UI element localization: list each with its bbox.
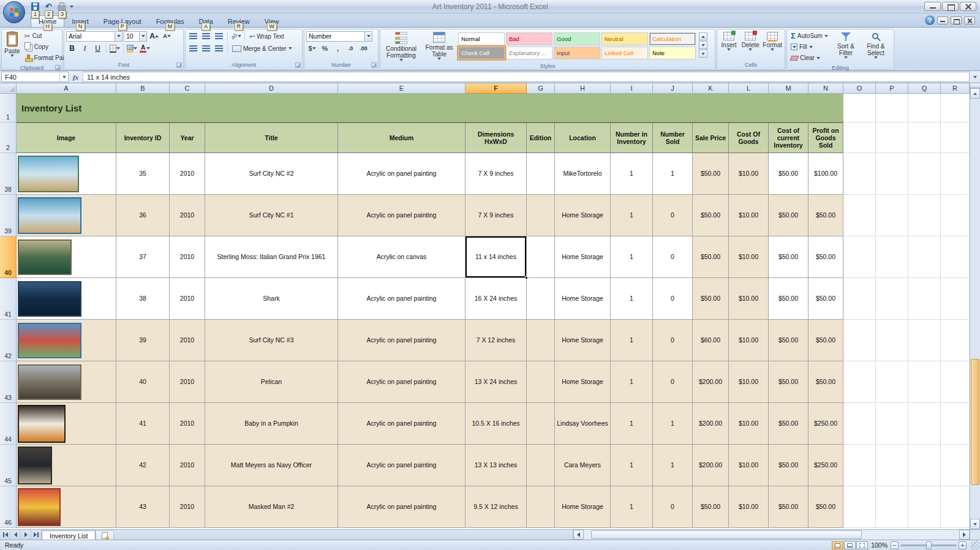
grow-font-button[interactable]: A bbox=[148, 31, 160, 42]
cell-O[interactable] bbox=[843, 94, 876, 122]
fill-button[interactable]: Fill bbox=[789, 42, 830, 52]
cell-M44[interactable]: $50.00 bbox=[769, 403, 809, 445]
cell-D45[interactable]: Matt Meyers as Navy Officer bbox=[205, 445, 338, 486]
column-header-O[interactable]: O bbox=[843, 83, 876, 94]
cell-L43[interactable]: $10.00 bbox=[729, 361, 769, 403]
cell-Q42[interactable] bbox=[908, 320, 941, 361]
selection-fill-handle[interactable] bbox=[525, 276, 528, 279]
cell-H46[interactable]: Home Storage bbox=[555, 486, 611, 528]
undo-button[interactable]: ↶2 bbox=[43, 1, 54, 12]
maximize-button[interactable] bbox=[942, 2, 959, 11]
name-box-arrow[interactable] bbox=[59, 72, 68, 81]
zoom-thumb[interactable] bbox=[926, 541, 932, 549]
column-header-D[interactable]: D bbox=[205, 83, 338, 94]
cell-style-explanatory[interactable]: Explanatory ... bbox=[506, 47, 552, 59]
cell-L41[interactable]: $10.00 bbox=[729, 278, 769, 320]
cell-I41[interactable]: 1 bbox=[611, 278, 653, 320]
cell-M46[interactable]: $50.00 bbox=[769, 486, 809, 528]
cell-F42[interactable]: 7 X 12 inches bbox=[466, 320, 527, 361]
zoom-track[interactable] bbox=[900, 544, 957, 546]
cell-L39[interactable]: $10.00 bbox=[729, 195, 769, 236]
cell-L38[interactable]: $10.00 bbox=[729, 153, 769, 195]
table-header-title[interactable]: Title bbox=[205, 122, 338, 153]
gallery-up-button[interactable] bbox=[699, 32, 707, 40]
cell-style-check-cell[interactable]: Check Cell bbox=[458, 47, 505, 59]
cell-O39[interactable] bbox=[843, 195, 876, 236]
row-header-2[interactable]: 2 bbox=[0, 122, 17, 153]
number-dialog-launcher[interactable] bbox=[371, 62, 377, 68]
align-center-button[interactable] bbox=[200, 43, 212, 54]
font-color-button[interactable]: A bbox=[139, 43, 151, 54]
column-header-I[interactable]: I bbox=[611, 83, 653, 94]
cell-K43[interactable]: $200.00 bbox=[693, 361, 729, 403]
cell-N41[interactable]: $50.00 bbox=[809, 278, 843, 320]
cell-I46[interactable]: 1 bbox=[611, 486, 653, 528]
tab-view[interactable]: ViewW bbox=[257, 16, 287, 27]
cell-Q41[interactable] bbox=[908, 278, 941, 320]
cell-R45[interactable] bbox=[941, 445, 970, 486]
cell-L45[interactable]: $10.00 bbox=[729, 445, 769, 486]
cell-F45[interactable]: 13 X 13 inches bbox=[466, 445, 527, 486]
name-box[interactable]: F40 bbox=[1, 72, 69, 82]
cell-A42[interactable] bbox=[17, 320, 116, 361]
font-size-combo[interactable]: 10 bbox=[124, 31, 147, 42]
cell-F38[interactable]: 7 X 9 inches bbox=[466, 153, 527, 195]
horizontal-scroll-track[interactable] bbox=[584, 530, 959, 540]
cell-F40[interactable]: 11 x 14 inches bbox=[466, 236, 527, 278]
cell-M40[interactable]: $50.00 bbox=[769, 236, 809, 278]
row-header-1[interactable]: 1 bbox=[0, 94, 17, 122]
alignment-dialog-launcher[interactable] bbox=[295, 62, 301, 68]
print-button[interactable]: 3 bbox=[56, 1, 67, 12]
cell-P[interactable] bbox=[876, 122, 908, 153]
cell-E40[interactable]: Acrylic on canvas bbox=[338, 236, 466, 278]
table-header-dimensions-hxwxd[interactable]: Dimensions HxWxD bbox=[466, 122, 527, 153]
cell-F39[interactable]: 7 X 9 inches bbox=[466, 195, 527, 236]
cell-P39[interactable] bbox=[876, 195, 908, 236]
tab-formulas[interactable]: FormulasM bbox=[149, 16, 192, 27]
cell-O42[interactable] bbox=[843, 320, 876, 361]
font-family-combo[interactable]: Arial bbox=[66, 31, 123, 42]
accounting-format-button[interactable]: $ bbox=[306, 43, 318, 54]
cell-P46[interactable] bbox=[876, 486, 908, 528]
column-header-F[interactable]: F bbox=[466, 83, 527, 94]
cell-N46[interactable]: $50.00 bbox=[809, 486, 843, 528]
cell-H44[interactable]: Lindsay Voorhees bbox=[555, 403, 611, 445]
tab-page-layout[interactable]: Page LayoutP bbox=[96, 16, 149, 27]
cell-K45[interactable]: $200.00 bbox=[693, 445, 729, 486]
cell-Q44[interactable] bbox=[908, 403, 941, 445]
cell-Q45[interactable] bbox=[908, 445, 941, 486]
comma-style-button[interactable]: , bbox=[332, 43, 344, 54]
clipboard-dialog-launcher[interactable] bbox=[55, 65, 61, 70]
row-header-41[interactable]: 41 bbox=[0, 278, 17, 320]
cell-O40[interactable] bbox=[843, 236, 876, 278]
cell-N38[interactable]: $100.00 bbox=[809, 153, 843, 195]
row-header-46[interactable]: 46 bbox=[0, 486, 17, 528]
cell-R39[interactable] bbox=[941, 195, 970, 236]
table-header-sale-price[interactable]: Sale Price bbox=[693, 122, 729, 153]
cell-C40[interactable]: 2010 bbox=[170, 236, 205, 278]
cell-M43[interactable]: $50.00 bbox=[769, 361, 809, 403]
cell-C45[interactable]: 2010 bbox=[170, 445, 205, 486]
cell-D40[interactable]: Sterling Moss: Italian Grand Prix 1961 bbox=[205, 236, 338, 278]
cell-K41[interactable]: $50.00 bbox=[693, 278, 729, 320]
cell-Q38[interactable] bbox=[908, 153, 941, 195]
page-break-view-button[interactable] bbox=[856, 541, 868, 549]
formula-bar-expand-button[interactable] bbox=[970, 71, 980, 83]
cell-K38[interactable]: $50.00 bbox=[693, 153, 729, 195]
cell-P41[interactable] bbox=[876, 278, 908, 320]
cell-J44[interactable]: 1 bbox=[653, 403, 693, 445]
cell-P38[interactable] bbox=[876, 153, 908, 195]
column-header-H[interactable]: H bbox=[555, 83, 611, 94]
cell-N39[interactable]: $50.00 bbox=[809, 195, 843, 236]
column-header-E[interactable]: E bbox=[338, 83, 466, 94]
cell-M45[interactable]: $50.00 bbox=[769, 445, 809, 486]
cell-style-bad[interactable]: Bad bbox=[506, 32, 552, 45]
cell-E45[interactable]: Acrylic on panel painting bbox=[338, 445, 466, 486]
column-header-L[interactable]: L bbox=[729, 83, 769, 94]
cell-I45[interactable]: 1 bbox=[611, 445, 653, 486]
column-header-J[interactable]: J bbox=[653, 83, 693, 94]
table-header-location[interactable]: Location bbox=[555, 122, 611, 153]
percent-style-button[interactable]: % bbox=[319, 43, 331, 54]
cell-P44[interactable] bbox=[876, 403, 908, 445]
cell-R41[interactable] bbox=[941, 278, 970, 320]
